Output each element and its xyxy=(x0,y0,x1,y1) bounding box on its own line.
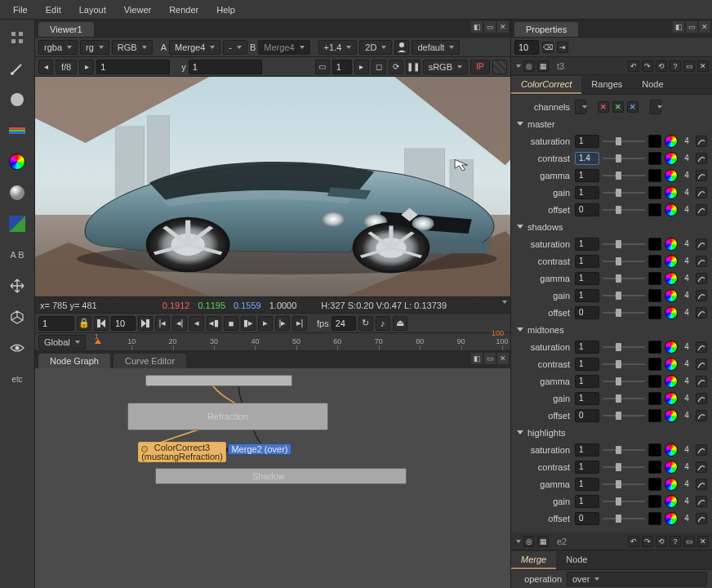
step-forward-icon[interactable]: ▮▸ xyxy=(241,316,256,331)
group-expander-icon[interactable] xyxy=(516,430,524,434)
loop-mode-icon[interactable]: ↻ xyxy=(358,316,373,331)
channel-b-toggle[interactable]: ✕ xyxy=(627,101,639,113)
param-value-input[interactable] xyxy=(575,358,599,371)
subtab-ranges[interactable]: Ranges xyxy=(581,76,632,94)
play-back-icon[interactable]: ◂ xyxy=(189,316,204,331)
status-caret-icon[interactable] xyxy=(502,301,507,304)
curve-icon[interactable] xyxy=(696,187,707,198)
panel2-close-icon[interactable]: ✕ xyxy=(697,536,709,547)
color-swatch[interactable] xyxy=(648,135,661,148)
color-swatch[interactable] xyxy=(648,341,661,354)
first-frame-icon[interactable]: |◂ xyxy=(155,316,170,331)
fstop-label[interactable]: f/8 xyxy=(56,60,77,74)
panel2-undo-icon[interactable]: ↶ xyxy=(628,536,639,547)
tab-properties[interactable]: Properties xyxy=(514,22,578,37)
tool-3d-icon[interactable] xyxy=(6,305,29,328)
tool-brush-icon[interactable] xyxy=(6,57,29,80)
menu-render[interactable]: Render xyxy=(161,2,207,17)
monitor-icon[interactable]: ▭ xyxy=(315,60,330,74)
node-merge[interactable]: Merge2 (over) xyxy=(228,443,291,455)
param-value-input[interactable] xyxy=(575,341,599,354)
color-wheel-icon[interactable] xyxy=(665,169,678,182)
roi-icon[interactable]: ◻ xyxy=(372,60,386,74)
panel-redo-icon[interactable]: ↷ xyxy=(642,60,653,72)
curve-icon[interactable] xyxy=(696,307,707,318)
panel-node-icon[interactable]: ▦ xyxy=(537,60,549,72)
graph-float-icon[interactable]: ◧ xyxy=(471,353,483,364)
param-slider[interactable] xyxy=(603,341,645,353)
prev-key-icon[interactable]: ◂| xyxy=(172,316,187,331)
menu-file[interactable]: File xyxy=(5,2,36,17)
panel-maximize-icon[interactable]: ▭ xyxy=(683,60,695,72)
node-colorcorrect[interactable]: ColorCorrect3 (mustangRefraction) xyxy=(138,442,226,462)
eject-icon[interactable]: ⏏ xyxy=(393,316,407,331)
channels-mask-dropdown[interactable] xyxy=(650,100,661,114)
curve-icon[interactable] xyxy=(696,136,707,147)
color-swatch[interactable] xyxy=(648,238,661,251)
color-wheel-icon[interactable] xyxy=(665,478,678,491)
param-slider[interactable] xyxy=(603,307,645,318)
color-swatch[interactable] xyxy=(648,306,661,319)
profile-dropdown[interactable]: default xyxy=(412,40,460,55)
panel2-redo-icon[interactable]: ↷ xyxy=(642,536,653,547)
range-mode-dropdown[interactable]: Global xyxy=(38,335,86,350)
param-slider[interactable] xyxy=(603,444,645,456)
display-colorspace-dropdown[interactable]: sRGB xyxy=(423,60,468,74)
curve-icon[interactable] xyxy=(696,153,707,164)
proxy-dropdown[interactable]: +1.4 xyxy=(318,40,358,55)
current-frame-input[interactable] xyxy=(38,316,74,331)
layer-dropdown[interactable]: rgba xyxy=(38,40,78,55)
sound-icon[interactable]: ♪ xyxy=(376,316,390,331)
param-value-input[interactable] xyxy=(575,152,599,165)
operation-dropdown[interactable]: over xyxy=(567,572,707,586)
color-wheel-icon[interactable] xyxy=(665,495,678,508)
channel-r-toggle[interactable]: ✕ xyxy=(598,101,609,113)
param-value-input[interactable] xyxy=(575,238,599,251)
curve-icon[interactable] xyxy=(696,410,707,421)
wipe-dropdown[interactable]: - xyxy=(223,40,247,55)
curve-icon[interactable] xyxy=(696,290,707,301)
channel-g-toggle[interactable]: ✕ xyxy=(612,101,624,113)
subtab-colorcorrect[interactable]: ColorCorrect xyxy=(511,76,581,94)
props-max-icon[interactable]: ▭ xyxy=(686,21,697,33)
clip-warning-icon[interactable] xyxy=(492,60,507,74)
color-swatch[interactable] xyxy=(648,478,661,491)
subtab-node[interactable]: Node xyxy=(632,76,673,94)
curve-icon[interactable] xyxy=(696,256,707,267)
clear-panels-icon[interactable]: ⌫ xyxy=(542,42,554,53)
increment-input[interactable] xyxy=(111,316,136,331)
param-slider[interactable] xyxy=(603,461,645,473)
param-value-input[interactable] xyxy=(575,135,599,148)
timeline-ruler[interactable]: Global 1 100 102030405060708090100 xyxy=(35,332,510,350)
play-icon[interactable]: ▸ xyxy=(258,316,273,331)
color-swatch[interactable] xyxy=(648,186,661,199)
panel2-center-icon[interactable]: ◎ xyxy=(523,536,535,547)
exposure-prev-button[interactable]: ◂ xyxy=(38,60,53,74)
curve-icon[interactable] xyxy=(696,496,707,507)
curve-icon[interactable] xyxy=(696,461,707,473)
color-swatch[interactable] xyxy=(648,289,661,302)
panel2-help-icon[interactable]: ? xyxy=(670,536,681,547)
panel-center-icon[interactable]: ◎ xyxy=(523,60,535,72)
param-slider[interactable] xyxy=(603,496,645,507)
panel-undo-icon[interactable]: ↶ xyxy=(628,60,639,72)
param-slider[interactable] xyxy=(603,256,645,267)
color-wheel-icon[interactable] xyxy=(665,443,678,457)
last-frame-icon[interactable]: ▸| xyxy=(292,316,307,331)
dimension-dropdown[interactable]: 2D xyxy=(359,40,392,55)
node-refraction[interactable]: Refraction xyxy=(127,403,328,430)
menu-help[interactable]: Help xyxy=(208,2,243,17)
color-swatch[interactable] xyxy=(648,461,661,474)
dock-float-icon[interactable]: ◧ xyxy=(471,21,483,33)
panel-count-input[interactable] xyxy=(514,40,539,55)
lock-panels-icon[interactable]: ⇥ xyxy=(557,42,568,53)
param-value-input[interactable] xyxy=(575,392,599,405)
stop-icon[interactable]: ■ xyxy=(224,316,238,331)
color-swatch[interactable] xyxy=(648,203,661,216)
color-wheel-icon[interactable] xyxy=(665,186,678,199)
curve-icon[interactable] xyxy=(696,359,707,370)
colorspace-dropdown[interactable]: RGB xyxy=(112,40,153,55)
tool-ab-icon[interactable]: A B xyxy=(6,243,29,266)
curve-icon[interactable] xyxy=(696,479,707,490)
tool-ramp-icon[interactable] xyxy=(6,212,29,235)
